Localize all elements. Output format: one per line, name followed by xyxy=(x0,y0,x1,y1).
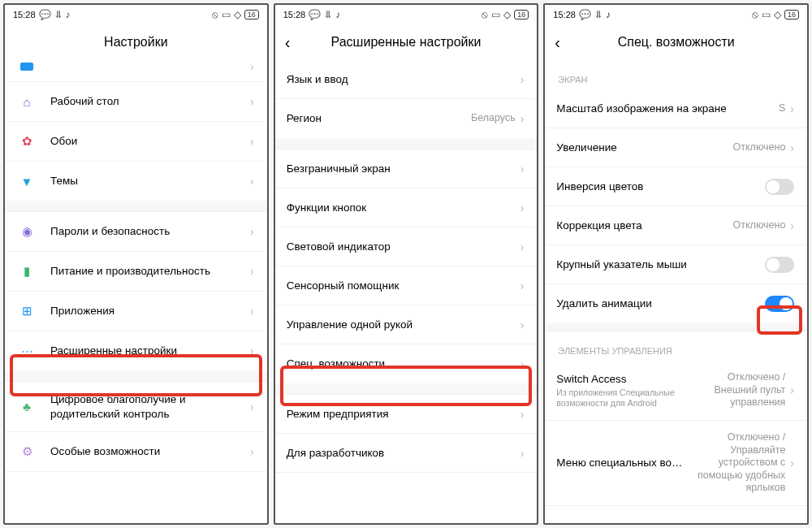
phone-screen-advanced: 15:28 💬 ⥥ ♪ ⦸ ▭ ◇ 16 ‹ Расширенные настр… xyxy=(274,3,539,525)
battery-icon: 16 xyxy=(244,10,259,19)
note-icon: ♪ xyxy=(335,9,340,20)
chevron-right-icon: › xyxy=(520,279,525,292)
item-value: Беларусь xyxy=(471,112,516,125)
chevron-right-icon: › xyxy=(520,318,525,331)
section-divider xyxy=(5,370,267,382)
chat-icon: 💬 xyxy=(309,9,321,20)
list-item[interactable]: Световой индикатор › xyxy=(275,227,538,266)
page-title: Расширенные настройки xyxy=(331,35,482,50)
section-divider xyxy=(275,138,538,149)
item-label xyxy=(50,66,250,67)
page-title: Настройки xyxy=(104,35,167,50)
chevron-right-icon: › xyxy=(520,201,525,214)
list-item-wellbeing[interactable]: ♣ Цифровое благополучие и родительский к… xyxy=(5,382,267,432)
page-title: Спец. возможности xyxy=(618,35,735,50)
item-label: Обои xyxy=(50,134,250,149)
list-item-language[interactable]: Язык и ввод › xyxy=(275,60,538,99)
box-icon: ▭ xyxy=(491,9,500,20)
item-label: Приложения xyxy=(50,304,250,318)
phone-screen-settings: 15:28 💬 ⥥ ♪ ⦸ ▭ ◇ 16 Настройки › ⌂ Рабоч… xyxy=(3,3,269,525)
item-label: Управление одной рукой xyxy=(287,318,520,332)
mute-icon: ⦸ xyxy=(212,9,218,20)
chevron-right-icon: › xyxy=(520,447,525,460)
list-item[interactable]: Крупный указатель мыши xyxy=(545,245,807,284)
chevron-right-icon: › xyxy=(250,445,254,458)
list-item-themes[interactable]: ▼ Темы › xyxy=(5,162,267,201)
list-item-security[interactable]: ◉ Пароли и безопасность › xyxy=(5,212,267,252)
list-item[interactable]: Сенсорный помощник › xyxy=(275,266,538,305)
item-label: Световой индикатор xyxy=(287,240,520,254)
wifi-icon: ◇ xyxy=(234,9,241,20)
toggle-switch[interactable] xyxy=(765,257,794,273)
accessibility-list[interactable]: ЭКРАН Масштаб изображения на экране S › … xyxy=(545,60,807,523)
status-bar: 15:28 💬 ⥥ ♪ ⦸ ▭ ◇ 16 xyxy=(5,5,267,24)
list-item-apps[interactable]: ⊞ Приложения › xyxy=(5,292,267,331)
list-item-wallpaper[interactable]: ✿ Обои › xyxy=(5,122,267,162)
item-label: Спец. возможности xyxy=(287,357,520,371)
back-button[interactable]: ‹ xyxy=(555,33,560,52)
notifications-icon xyxy=(16,61,37,72)
list-item[interactable]: Функции кнопок › xyxy=(275,188,538,227)
item-label: Сенсорный помощник xyxy=(287,279,520,293)
chevron-right-icon: › xyxy=(520,408,525,421)
item-label: Цифровое благополучие и родительский кон… xyxy=(50,392,250,421)
item-label: Удалить анимации xyxy=(556,296,765,311)
settings-list[interactable]: › ⌂ Рабочий стол › ✿ Обои › ▼ Темы › ◉ П… xyxy=(5,60,267,523)
list-item-desktop[interactable]: ⌂ Рабочий стол › xyxy=(5,82,267,122)
list-item-remove-animations[interactable]: Удалить анимации xyxy=(545,284,807,323)
list-item[interactable]: Инверсия цветов xyxy=(545,167,807,206)
item-label: Масштаб изображения на экране xyxy=(556,102,779,116)
toggle-switch[interactable] xyxy=(765,296,794,312)
list-item[interactable]: Режим предприятия › xyxy=(275,395,538,434)
note-icon: ♪ xyxy=(66,9,71,20)
item-label: Коррекция цвета xyxy=(556,219,732,233)
header: ‹ Спец. возможности xyxy=(545,24,807,60)
chevron-right-icon: › xyxy=(520,112,525,125)
item-value: Отключено xyxy=(733,219,786,232)
item-label: Пароли и безопасность xyxy=(50,224,250,239)
list-item-region[interactable]: Регион Беларусь › xyxy=(275,99,538,138)
list-item[interactable]: Увеличение Отключено › xyxy=(545,128,807,167)
list-item[interactable]: › xyxy=(5,60,267,82)
item-value: Отключено / Внешний пульт управления xyxy=(688,371,785,409)
chevron-right-icon: › xyxy=(790,141,794,154)
more-icon: ⋯ xyxy=(16,342,37,360)
list-item-access-menu[interactable]: Меню специальных во… Отключено / Управля… xyxy=(545,421,807,506)
item-value: Отключено / Управляйте устройством с пом… xyxy=(688,431,785,495)
list-item[interactable]: Безграничный экран › xyxy=(275,149,538,188)
item-label: Увеличение xyxy=(556,141,732,155)
advanced-list[interactable]: Язык и ввод › Регион Беларусь › Безграни… xyxy=(275,60,538,523)
list-item-advanced[interactable]: ⋯ Расширенные настройки › xyxy=(5,331,267,370)
list-item[interactable]: Для разработчиков › xyxy=(275,434,538,473)
list-item-accessibility[interactable]: ⚙ Особые возможности › xyxy=(5,432,267,472)
list-item[interactable]: Масштаб изображения на экране S › xyxy=(545,89,807,128)
status-time: 15:28 xyxy=(283,10,306,19)
chat-icon: 💬 xyxy=(579,9,591,20)
mute-icon: ⦸ xyxy=(752,9,758,20)
list-item-switch-access[interactable]: Switch Access Из приложения Специальные … xyxy=(545,361,807,421)
item-label: Безграничный экран xyxy=(287,162,520,176)
section-divider xyxy=(275,383,538,395)
item-label: Для разработчиков xyxy=(287,446,520,461)
list-item[interactable]: Коррекция цвета Отключено › xyxy=(545,206,807,245)
status-time: 15:28 xyxy=(553,10,576,19)
chevron-right-icon: › xyxy=(250,225,254,238)
list-item[interactable]: Управление одной рукой › xyxy=(275,305,538,344)
list-item-battery[interactable]: ▮ Питание и производительность › xyxy=(5,252,267,292)
mute-icon: ⦸ xyxy=(482,9,488,20)
item-value: Отключено xyxy=(733,141,786,154)
list-item-accessibility[interactable]: Спец. возможности › xyxy=(275,344,538,383)
item-value: S xyxy=(779,102,785,115)
chevron-right-icon: › xyxy=(250,344,254,357)
fingerprint-icon: ◉ xyxy=(16,223,37,240)
chevron-right-icon: › xyxy=(250,60,254,73)
item-label: Крупный указатель мыши xyxy=(556,258,765,272)
chevron-right-icon: › xyxy=(520,162,525,175)
item-label: Регион xyxy=(287,111,471,126)
chevron-right-icon: › xyxy=(790,102,794,115)
battery-icon: ▮ xyxy=(16,262,37,280)
back-button[interactable]: ‹ xyxy=(285,33,291,52)
toggle-switch[interactable] xyxy=(765,179,794,195)
wifi-icon: ◇ xyxy=(503,9,511,20)
chevron-right-icon: › xyxy=(250,400,254,413)
